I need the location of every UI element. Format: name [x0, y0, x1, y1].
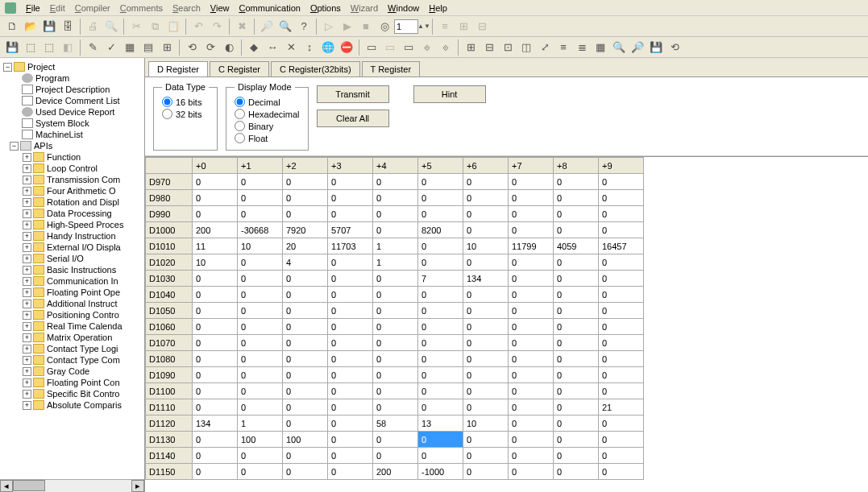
expand-icon[interactable]: +: [23, 322, 31, 331]
api-item[interactable]: Function: [47, 152, 81, 162]
grid-cell[interactable]: 0: [328, 287, 373, 303]
api-item[interactable]: Floating Point Con: [47, 378, 120, 387]
api-item[interactable]: High-Speed Proces: [47, 220, 123, 229]
grid-cell[interactable]: 0: [373, 383, 418, 399]
grid-cell[interactable]: 11703: [328, 238, 373, 254]
grid-cell[interactable]: 10: [463, 238, 509, 254]
grid-cell[interactable]: 0: [599, 206, 644, 222]
grid-cell[interactable]: 0: [328, 448, 373, 464]
grid-cell[interactable]: 0: [509, 303, 554, 319]
api-item[interactable]: Four Arithmetic O: [47, 186, 116, 196]
grid-cell[interactable]: 0: [328, 190, 373, 206]
grid-cell[interactable]: 134: [463, 271, 509, 287]
grid-cell[interactable]: 0: [509, 432, 554, 448]
grid-cell[interactable]: 10: [463, 416, 509, 432]
grid-cell[interactable]: 0: [418, 174, 463, 190]
expand-icon[interactable]: +: [23, 266, 31, 275]
tab-c-register[interactable]: C Register: [210, 61, 269, 76]
displaymode-2-radio[interactable]: [235, 121, 245, 131]
grid-cell[interactable]: 0: [463, 319, 509, 335]
expand-icon[interactable]: +: [23, 232, 31, 241]
t2-3-icon[interactable]: ⬚: [40, 39, 58, 56]
grid-cell[interactable]: 0: [193, 335, 238, 351]
row-header[interactable]: D990: [146, 206, 193, 222]
grid-cell[interactable]: 0: [238, 303, 283, 319]
grid-cell[interactable]: 0: [238, 448, 283, 464]
row-header[interactable]: D1040: [146, 287, 193, 303]
expand-icon[interactable]: +: [23, 401, 31, 410]
t2-9-icon[interactable]: ⊞: [158, 39, 176, 56]
grid-cell[interactable]: 0: [463, 174, 509, 190]
grid-cell[interactable]: 0: [554, 287, 599, 303]
clear-all-button[interactable]: Clear All: [317, 110, 389, 127]
expand-icon[interactable]: +: [23, 333, 31, 342]
grid-cell[interactable]: 0: [599, 351, 644, 367]
menu-search[interactable]: Search: [168, 2, 206, 14]
grid-cell[interactable]: 0: [193, 271, 238, 287]
grid-cell[interactable]: 0: [463, 367, 509, 383]
grid-cell[interactable]: 0: [418, 335, 463, 351]
grid-cell[interactable]: 0: [328, 383, 373, 399]
grid-cell[interactable]: 0: [599, 464, 644, 480]
grid-cell[interactable]: 0: [554, 335, 599, 351]
grid-cell[interactable]: 0: [418, 383, 463, 399]
datatype-1-radio[interactable]: [162, 109, 172, 119]
grid-cell[interactable]: 0: [373, 319, 418, 335]
grid-cell[interactable]: 0: [283, 319, 328, 335]
grid-cell[interactable]: 0: [283, 351, 328, 367]
grid-cell[interactable]: 0: [463, 190, 509, 206]
grid-cell[interactable]: 13: [418, 416, 463, 432]
help-icon[interactable]: ?: [295, 18, 313, 35]
save-all-icon[interactable]: 🗄: [59, 18, 77, 35]
menu-file[interactable]: File: [21, 2, 45, 14]
grid-cell[interactable]: 0: [238, 271, 283, 287]
grid-cell[interactable]: 21: [599, 399, 644, 416]
grid-cell[interactable]: 0: [373, 287, 418, 303]
t2-15-icon[interactable]: ✕: [282, 39, 300, 56]
grid-cell[interactable]: 0: [599, 416, 644, 432]
t2-1-icon[interactable]: 💾: [3, 39, 21, 56]
grid-cell[interactable]: 0: [509, 254, 554, 271]
tab-c-register-32bits-[interactable]: C Register(32bits): [271, 61, 360, 76]
grid-cell[interactable]: 0: [554, 448, 599, 464]
grid-cell[interactable]: 0: [599, 303, 644, 319]
grid-cell[interactable]: 0: [193, 174, 238, 190]
api-item[interactable]: Communication In: [47, 276, 118, 286]
grid-cell[interactable]: 0: [509, 206, 554, 222]
collapse-icon[interactable]: −: [10, 142, 19, 151]
grid-cell[interactable]: 0: [418, 399, 463, 416]
t2-28-icon[interactable]: ⤢: [536, 39, 554, 56]
grid-cell[interactable]: -1000: [418, 464, 463, 480]
tree-item[interactable]: Project Description: [35, 85, 110, 94]
t2-35-icon[interactable]: ⟲: [666, 39, 683, 56]
grid-cell[interactable]: 0: [509, 399, 554, 416]
grid-cell[interactable]: 0: [463, 464, 509, 480]
col-header[interactable]: +8: [554, 158, 599, 174]
target-icon[interactable]: ◎: [376, 18, 393, 35]
row-header[interactable]: D1050: [146, 303, 193, 319]
grid-cell[interactable]: 0: [373, 448, 418, 464]
sidebar-scrollbar[interactable]: ◂ ▸: [0, 479, 144, 492]
grid-cell[interactable]: 0: [554, 416, 599, 432]
grid-cell[interactable]: 0: [373, 222, 418, 238]
grid-cell[interactable]: 0: [373, 271, 418, 287]
collapse-icon[interactable]: −: [3, 63, 12, 72]
grid-cell[interactable]: 0: [373, 432, 418, 448]
tree-item[interactable]: Device Comment List: [35, 96, 120, 105]
grid-cell[interactable]: 0: [328, 303, 373, 319]
t2-5-icon[interactable]: ✎: [84, 39, 102, 56]
menu-comments[interactable]: Comments: [115, 2, 168, 14]
displaymode-3-radio[interactable]: [235, 133, 245, 143]
t2-32-icon[interactable]: 🔍: [610, 39, 628, 56]
grid-cell[interactable]: 0: [599, 432, 644, 448]
expand-icon[interactable]: +: [23, 209, 31, 218]
grid-cell[interactable]: 0: [599, 335, 644, 351]
grid-cell[interactable]: 0: [373, 303, 418, 319]
t2-33-icon[interactable]: 🔎: [629, 39, 646, 56]
expand-icon[interactable]: +: [23, 153, 31, 162]
grid-cell[interactable]: 0: [418, 238, 463, 254]
api-item[interactable]: Contact Type Com: [47, 355, 120, 365]
grid-cell[interactable]: 0: [373, 206, 418, 222]
row-header[interactable]: D1110: [146, 399, 193, 416]
row-header[interactable]: D1140: [146, 448, 193, 464]
